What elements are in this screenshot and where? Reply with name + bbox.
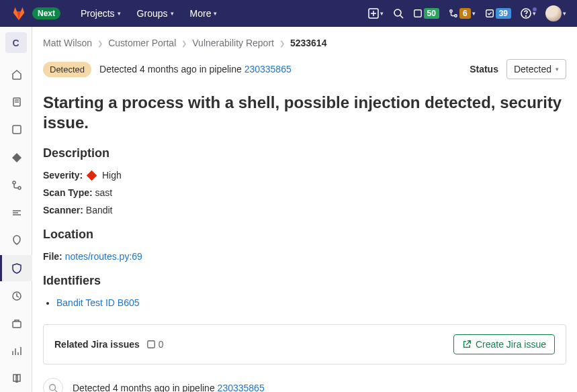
- issue-icon: [146, 340, 156, 349]
- status-pill: Detected: [43, 62, 91, 77]
- svg-point-1: [394, 9, 401, 16]
- svg-rect-14: [148, 341, 155, 348]
- status-label: Status: [470, 64, 498, 75]
- help-icon[interactable]: ▾: [521, 8, 536, 19]
- jira-count: 0: [146, 339, 164, 350]
- chevron-right-icon: ❯: [181, 40, 187, 47]
- pipeline-link[interactable]: 230335865: [245, 64, 292, 75]
- nav-packages-icon[interactable]: [0, 310, 32, 336]
- menu-more[interactable]: More▾: [183, 4, 224, 23]
- crumb-project[interactable]: Customer Portal: [108, 38, 176, 48]
- chevron-down-icon: ▾: [118, 10, 121, 17]
- chevron-down-icon: ▾: [171, 10, 174, 17]
- nav-repo-icon[interactable]: [0, 89, 32, 115]
- sidebar: C: [0, 27, 32, 392]
- scan-type-row: Scan Type: sast: [43, 187, 566, 198]
- nav-wiki-icon[interactable]: [0, 366, 32, 392]
- jira-title: Related Jira issues: [54, 339, 140, 350]
- nav-security-icon[interactable]: [0, 255, 32, 281]
- mr-counter[interactable]: 6▾: [449, 8, 476, 19]
- severity-high-icon: [87, 170, 97, 181]
- chevron-right-icon: ❯: [279, 40, 285, 47]
- svg-rect-2: [414, 10, 421, 17]
- status-dropdown[interactable]: Detected ▾: [506, 59, 566, 79]
- project-avatar[interactable]: C: [5, 32, 27, 53]
- nav-operations-icon[interactable]: [0, 283, 32, 309]
- severity-row: Severity: High: [43, 170, 566, 181]
- gitlab-logo[interactable]: [11, 5, 27, 21]
- nav-home-icon[interactable]: [0, 61, 32, 87]
- svg-point-11: [18, 187, 21, 189]
- vulnerability-title: Starting a process with a shell, possibl…: [43, 93, 566, 133]
- menu-groups[interactable]: Groups▾: [130, 4, 181, 23]
- topbar-right: ▾ 50 6▾ 39 ▾ ▾: [368, 5, 566, 21]
- plus-button[interactable]: ▾: [368, 8, 384, 19]
- create-jira-button[interactable]: Create Jira issue: [453, 334, 555, 354]
- activity-pipeline-link[interactable]: 230335865: [218, 383, 265, 392]
- identifier-link[interactable]: Bandit Test ID B605: [56, 297, 139, 308]
- nav-mr-icon[interactable]: [0, 172, 32, 198]
- chevron-down-icon: ▾: [214, 10, 217, 17]
- file-row: File: notes/routes.py:69: [43, 251, 566, 262]
- activity-row: Detected 4 months ago in pipeline 230335…: [43, 378, 566, 392]
- svg-point-7: [526, 16, 527, 17]
- nav-ci-icon[interactable]: [0, 199, 32, 226]
- top-menu: Projects▾ Groups▾ More▾: [74, 4, 224, 23]
- activity-text: Detected 4 months ago in pipeline 230335…: [73, 383, 265, 392]
- user-avatar[interactable]: ▾: [545, 5, 566, 21]
- menu-projects[interactable]: Projects▾: [74, 4, 128, 23]
- search-icon: [43, 378, 63, 392]
- search-icon[interactable]: [393, 8, 404, 19]
- svg-rect-13: [13, 322, 21, 328]
- svg-rect-9: [13, 126, 21, 134]
- jira-box: Related Jira issues 0 Create Jira issue: [43, 324, 566, 364]
- todos-counter[interactable]: 39: [485, 8, 511, 19]
- status-row: Detected Detected 4 months ago in pipeli…: [43, 59, 566, 79]
- detected-text: Detected 4 months ago in pipeline 230335…: [99, 64, 292, 75]
- chevron-right-icon: ❯: [97, 40, 103, 47]
- external-link-icon: [462, 340, 472, 349]
- svg-point-15: [50, 385, 56, 391]
- nav-analytics-icon[interactable]: [0, 338, 32, 364]
- section-identifiers: Identifiers: [43, 274, 566, 288]
- issues-counter[interactable]: 50: [413, 8, 439, 19]
- breadcrumb: Matt Wilson ❯ Customer Portal ❯ Vulnerab…: [43, 35, 566, 59]
- section-location: Location: [43, 228, 566, 242]
- crumb-id: 5233614: [290, 38, 327, 48]
- crumb-user[interactable]: Matt Wilson: [43, 38, 92, 48]
- identifier-item: Bandit Test ID B605: [56, 297, 566, 308]
- svg-point-10: [13, 181, 15, 184]
- section-description: Description: [43, 146, 566, 160]
- topbar: Next Projects▾ Groups▾ More▾ ▾ 50 6▾ 39 …: [0, 0, 577, 27]
- identifiers-list: Bandit Test ID B605: [56, 297, 566, 308]
- nav-deploy-icon[interactable]: [0, 228, 32, 254]
- next-badge: Next: [32, 7, 60, 19]
- scanner-row: Scanner: Bandit: [43, 205, 566, 215]
- svg-point-3: [450, 10, 453, 13]
- file-link[interactable]: notes/routes.py:69: [65, 251, 142, 262]
- nav-issues-icon[interactable]: [0, 117, 32, 143]
- topbar-left: Next Projects▾ Groups▾ More▾: [11, 4, 224, 23]
- main-content: Matt Wilson ❯ Customer Portal ❯ Vulnerab…: [32, 27, 577, 392]
- nav-jira-icon[interactable]: [0, 144, 32, 170]
- chevron-down-icon: ▾: [556, 66, 559, 72]
- crumb-section[interactable]: Vulnerability Report: [192, 38, 274, 48]
- svg-point-4: [455, 15, 457, 17]
